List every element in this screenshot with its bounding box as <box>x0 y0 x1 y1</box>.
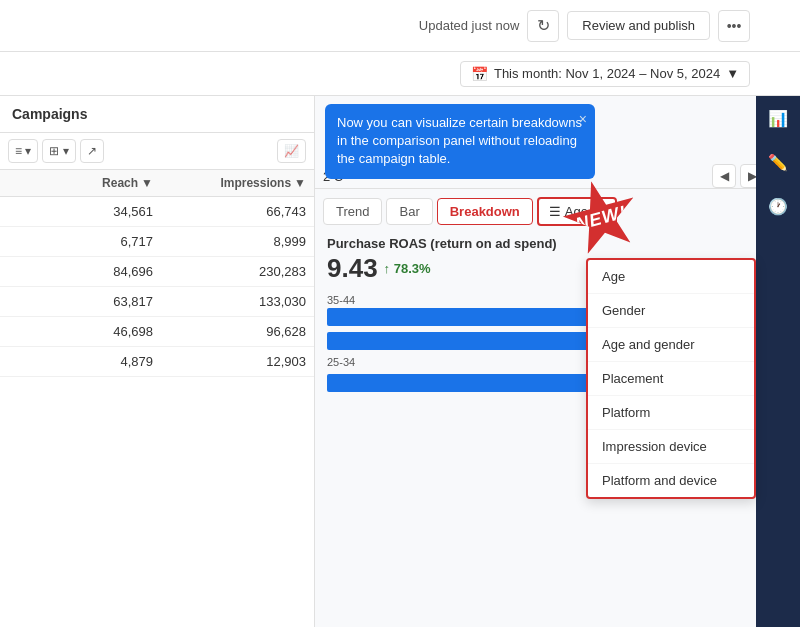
tab-breakdown[interactable]: Breakdown <box>437 198 533 225</box>
main-layout: Campaigns ≡ ▾ ⊞ ▾ ↗ 📈 Reach ▼ Impression… <box>0 96 800 627</box>
more-options-button[interactable]: ••• <box>718 10 750 42</box>
metric-title: Purchase ROAS (return on ad spend) <box>327 236 788 251</box>
tab-bar[interactable]: Bar <box>386 198 432 225</box>
table-row[interactable]: 84,696 230,283 <box>0 257 314 287</box>
right-sidebar: 📊 ✏️ 🕐 <box>756 96 800 627</box>
columns-button[interactable]: ⊞ ▾ <box>42 139 75 163</box>
impressions-value: 8,999 <box>161 234 306 249</box>
impressions-value: 230,283 <box>161 264 306 279</box>
data-rows: 34,561 66,743 6,717 8,999 84,696 230,283… <box>0 197 314 627</box>
calendar-icon: 📅 <box>471 66 488 82</box>
table-row[interactable]: 4,879 12,903 <box>0 347 314 377</box>
dropdown-item-gender[interactable]: Gender <box>588 294 754 328</box>
table-row[interactable]: 6,717 8,999 <box>0 227 314 257</box>
impressions-value: 66,743 <box>161 204 306 219</box>
sidebar-bar-chart-icon[interactable]: 📊 <box>766 106 790 130</box>
sidebar-history-icon[interactable]: 🕐 <box>766 194 790 218</box>
sort-icon: ▼ <box>141 176 153 190</box>
impressions-value: 96,628 <box>161 324 306 339</box>
table-row[interactable]: 63,817 133,030 <box>0 287 314 317</box>
impressions-header: Impressions ▼ <box>161 176 306 190</box>
tabs-row: Trend Bar Breakdown ☰ Age ▼ <box>315 189 800 226</box>
impressions-value: 133,030 <box>161 294 306 309</box>
dropdown-item-impression-device[interactable]: Impression device <box>588 430 754 464</box>
toolbar-row: ≡ ▾ ⊞ ▾ ↗ 📈 <box>0 133 314 170</box>
sidebar-edit-icon[interactable]: ✏️ <box>766 150 790 174</box>
age-dropdown: Age Gender Age and gender Placement Plat… <box>586 258 756 499</box>
dropdown-item-age-and-gender[interactable]: Age and gender <box>588 328 754 362</box>
bar <box>327 332 627 350</box>
chevron-down-icon: ▼ <box>726 66 739 81</box>
tab-trend[interactable]: Trend <box>323 198 382 225</box>
reach-header: Reach ▼ <box>8 176 161 190</box>
filter-button[interactable]: ≡ ▾ <box>8 139 38 163</box>
export-button[interactable]: ↗ <box>80 139 104 163</box>
chart-button[interactable]: 📈 <box>277 139 306 163</box>
reach-value: 34,561 <box>8 204 161 219</box>
campaigns-header: Campaigns <box>0 96 314 133</box>
notification-tooltip: Now you can visualize certain breakdowns… <box>325 104 595 179</box>
date-row: 📅 This month: Nov 1, 2024 – Nov 5, 2024 … <box>0 52 800 96</box>
date-label: This month: Nov 1, 2024 – Nov 5, 2024 <box>494 66 720 81</box>
close-notification-button[interactable]: × <box>579 110 587 130</box>
dropdown-item-age[interactable]: Age <box>588 260 754 294</box>
dropdown-item-platform-and-device[interactable]: Platform and device <box>588 464 754 497</box>
impressions-value: 12,903 <box>161 354 306 369</box>
dropdown-item-platform[interactable]: Platform <box>588 396 754 430</box>
dropdown-item-placement[interactable]: Placement <box>588 362 754 396</box>
table-row[interactable]: 46,698 96,628 <box>0 317 314 347</box>
nav-prev-button[interactable]: ◀ <box>712 164 736 188</box>
column-headers: Reach ▼ Impressions ▼ <box>0 170 314 197</box>
refresh-button[interactable]: ↻ <box>527 10 559 42</box>
left-panel: Campaigns ≡ ▾ ⊞ ▾ ↗ 📈 Reach ▼ Impression… <box>0 96 315 627</box>
date-selector[interactable]: 📅 This month: Nov 1, 2024 – Nov 5, 2024 … <box>460 61 750 87</box>
updated-text: Updated just now <box>419 18 519 33</box>
reach-value: 46,698 <box>8 324 161 339</box>
top-bar: Updated just now ↻ Review and publish ••… <box>0 0 800 52</box>
reach-value: 6,717 <box>8 234 161 249</box>
table-row[interactable]: 34,561 66,743 <box>0 197 314 227</box>
table-icon: ☰ <box>549 204 561 219</box>
notification-text: Now you can visualize certain breakdowns… <box>337 115 582 166</box>
metric-change: ↑ 78.3% <box>384 261 431 276</box>
reach-value: 84,696 <box>8 264 161 279</box>
review-publish-button[interactable]: Review and publish <box>567 11 710 40</box>
reach-value: 63,817 <box>8 294 161 309</box>
reach-value: 4,879 <box>8 354 161 369</box>
right-panel: Now you can visualize certain breakdowns… <box>315 96 800 627</box>
sort-icon: ▼ <box>294 176 306 190</box>
